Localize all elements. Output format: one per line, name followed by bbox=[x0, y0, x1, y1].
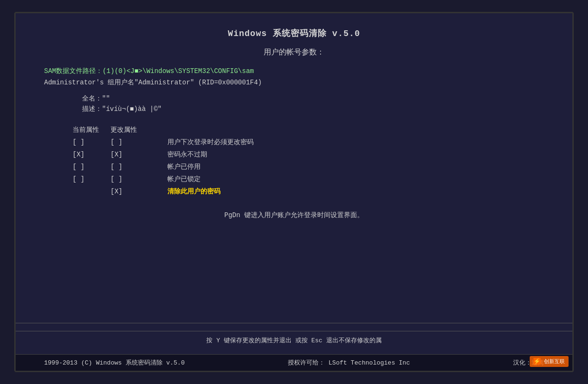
subtitle: 用户的帐号参数： bbox=[44, 47, 544, 57]
divider bbox=[16, 323, 572, 323]
header-current: 当前属性 bbox=[73, 126, 110, 134]
admin-text: Administrator's 组用户名"Administrator" (RID… bbox=[44, 79, 262, 86]
current-checkbox-1: [ ] bbox=[73, 138, 110, 146]
pgdn-line: PgDn 键进入用户账户允许登录时间设置界面。 bbox=[44, 211, 544, 219]
row-label-3: 帐户已停用 bbox=[167, 163, 201, 171]
footer-bar: 1999-2013 (C) Windows 系统密码清除 v.5.0 授权许可给… bbox=[16, 354, 572, 371]
current-checkbox-2: [X] bbox=[73, 151, 110, 158]
page-title: Windows 系统密码清除 v.5.0 bbox=[44, 27, 544, 39]
change-checkbox-5: [X] bbox=[110, 188, 167, 195]
change-checkbox-3: [ ] bbox=[110, 163, 167, 171]
change-checkbox-4: [ ] bbox=[110, 175, 167, 183]
table-row: [ ] [ ] 用户下次登录时必须更改密码 bbox=[73, 138, 544, 146]
screen: Windows 系统密码清除 v.5.0 用户的帐号参数： SAM数据文件路径：… bbox=[14, 12, 574, 372]
change-checkbox-2: [X] bbox=[110, 151, 167, 158]
desc-line: 描述："ívíù¬(■)àà |©" bbox=[82, 105, 544, 113]
watermark: ⚡ 创新互联 bbox=[530, 356, 569, 367]
fullname-line: 全名："" bbox=[82, 94, 544, 103]
row-label-2: 密码永不过期 bbox=[167, 150, 207, 159]
watermark-icon: ⚡ bbox=[533, 358, 541, 365]
row-label-5: 清除此用户的密码 bbox=[167, 187, 220, 196]
footer-center: 授权许可给： LSoft Technologies Inc bbox=[288, 358, 410, 367]
table-row: [ ] [ ] 帐户已锁定 bbox=[73, 175, 544, 183]
current-checkbox-3: [ ] bbox=[73, 163, 110, 171]
table-row: [X] 清除此用户的密码 bbox=[73, 187, 544, 196]
header-change: 更改属性 bbox=[110, 126, 167, 134]
current-checkbox-4: [ ] bbox=[73, 175, 110, 183]
change-checkbox-1: [ ] bbox=[110, 138, 167, 146]
bottom-bar: 按 Y 键保存更改的属性并退出 或按 Esc 退出不保存修改的属 bbox=[16, 331, 572, 354]
sam-path: SAM数据文件路径：(1)(0)<J■>\Windows\SYSTEM32\CO… bbox=[44, 67, 544, 75]
table-header: 当前属性 更改属性 bbox=[73, 126, 544, 134]
attributes-table: 当前属性 更改属性 [ ] [ ] 用户下次登录时必须更改密码 [X] [X] … bbox=[44, 126, 544, 200]
watermark-text: 创新互联 bbox=[544, 358, 565, 364]
sam-label: SAM数据文件路径： bbox=[44, 67, 102, 75]
info-block: 全名："" 描述："ívíù¬(■)àà |©" bbox=[82, 94, 544, 115]
instruction-text: 按 Y 键保存更改的属性并退出 或按 Esc 退出不保存修改的属 bbox=[206, 337, 381, 344]
main-content: Windows 系统密码清除 v.5.0 用户的帐号参数： SAM数据文件路径：… bbox=[16, 13, 572, 315]
table-row: [X] [X] 密码永不过期 bbox=[73, 150, 544, 159]
bottom-instruction: 按 Y 键保存更改的属性并退出 或按 Esc 退出不保存修改的属 bbox=[44, 336, 544, 345]
row-label-4: 帐户已锁定 bbox=[167, 175, 201, 183]
row-label-1: 用户下次登录时必须更改密码 bbox=[167, 138, 254, 146]
footer-left: 1999-2013 (C) Windows 系统密码清除 v.5.0 bbox=[44, 358, 184, 367]
admin-line: Administrator's 组用户名"Administrator" (RID… bbox=[44, 78, 544, 87]
table-row: [ ] [ ] 帐户已停用 bbox=[73, 163, 544, 171]
sam-value: (1)(0)<J■>\Windows\SYSTEM32\CONFIG\sam bbox=[102, 67, 254, 75]
